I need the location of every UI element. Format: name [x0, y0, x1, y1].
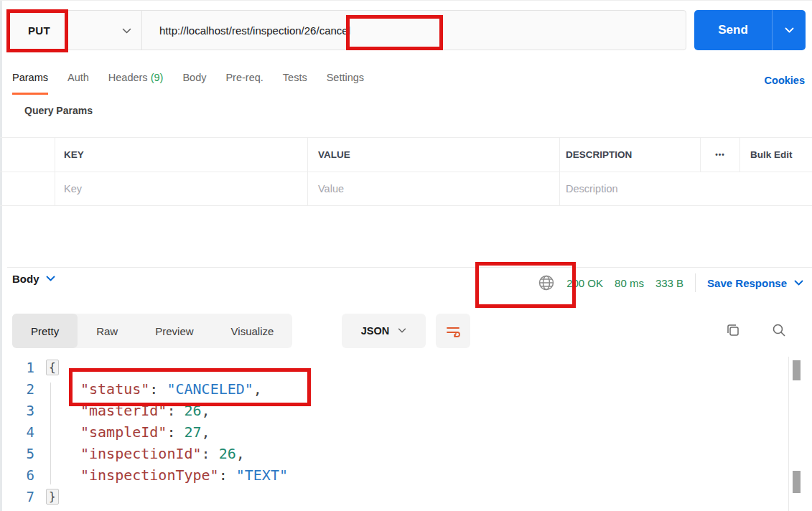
row-checkbox-cell	[0, 172, 55, 205]
line-number: 3	[0, 400, 34, 421]
tab-body[interactable]: Body	[182, 72, 206, 93]
response-time[interactable]: 80 ms	[615, 277, 644, 289]
json-key: "inspectionType"	[80, 467, 219, 484]
code-line-1: 1 {	[0, 357, 812, 378]
body-dropdown-chevron-icon	[46, 276, 55, 282]
fold-toggle-icon[interactable]: }	[46, 489, 59, 505]
json-colon: :	[219, 467, 236, 484]
code-text: "masterId": 26,	[80, 400, 210, 421]
copy-response-button[interactable]	[724, 321, 742, 339]
save-response-button[interactable]: Save Response	[707, 277, 803, 289]
json-key: "status"	[80, 380, 149, 398]
bulk-edit-button[interactable]: Bulk Edit	[739, 138, 812, 172]
code-text: "status": "CANCELED",	[80, 378, 262, 400]
json-colon: :	[202, 445, 219, 462]
json-value: "CANCELED"	[167, 380, 253, 398]
json-comma: ,	[236, 445, 245, 462]
response-body-selector[interactable]: Body	[12, 273, 55, 285]
more-actions-icon[interactable]: •••	[700, 138, 739, 172]
json-comma: ,	[202, 402, 210, 419]
send-options-chevron[interactable]	[773, 10, 806, 50]
header-checkbox-cell	[0, 138, 55, 172]
view-tab-raw[interactable]: Raw	[78, 314, 136, 348]
tab-settings[interactable]: Settings	[327, 72, 364, 93]
method-dropdown[interactable]: PUT	[8, 11, 141, 50]
code-text: "inspectionId": 26,	[80, 443, 245, 464]
wrap-lines-icon	[445, 324, 461, 338]
query-params-title: Query Params	[24, 105, 93, 116]
line-number: 1	[0, 357, 34, 378]
column-header-key: KEY	[55, 138, 307, 172]
send-button[interactable]: Send	[694, 10, 806, 50]
code-text: "sampleId": 27,	[80, 421, 210, 443]
method-label: PUT	[28, 24, 50, 37]
json-value: 26	[219, 445, 236, 462]
key-input[interactable]: Key	[55, 172, 307, 205]
json-comma: ,	[253, 380, 262, 398]
line-number: 7	[0, 486, 34, 507]
line-number: 5	[0, 443, 34, 464]
save-response-label: Save Response	[707, 277, 787, 289]
column-header-description: DESCRIPTION	[559, 138, 700, 172]
description-input[interactable]: Description	[559, 172, 812, 205]
code-text: "inspectionType": "TEXT"	[80, 464, 288, 486]
scrollbar-track	[788, 357, 789, 511]
json-value: "TEXT"	[236, 467, 288, 484]
response-size[interactable]: 333 B	[655, 277, 683, 289]
code-line-7: 7 }	[0, 486, 812, 507]
json-key: "sampleId"	[80, 423, 167, 441]
code-line-4: 4 "sampleId": 27,	[0, 421, 812, 443]
status-badge[interactable]: 200 OK	[566, 277, 603, 289]
url-input[interactable]: http://localhost/rest/inspection/26/canc…	[142, 11, 686, 50]
json-colon: :	[167, 423, 184, 441]
view-tab-preview[interactable]: Preview	[136, 314, 212, 348]
headers-count-badge: (9)	[151, 72, 164, 83]
view-tab-visualize[interactable]: Visualize	[213, 314, 293, 348]
format-label: JSON	[361, 325, 390, 337]
format-dropdown[interactable]: JSON	[342, 314, 426, 348]
json-key: "masterId"	[80, 402, 167, 419]
tab-headers[interactable]: Headers (9)	[108, 72, 164, 93]
search-response-button[interactable]	[770, 321, 788, 339]
tab-params[interactable]: Params	[12, 72, 48, 95]
response-body-viewer[interactable]: 1 { 2 "status": "CANCELED", 3 "masterId"…	[0, 357, 812, 511]
more-actions-glyph: •••	[715, 151, 725, 159]
chevron-down-icon	[122, 28, 131, 34]
tab-prereq[interactable]: Pre-req.	[225, 72, 263, 93]
fold-toggle-icon[interactable]: {	[46, 360, 59, 375]
json-value: 27	[185, 423, 202, 441]
code-line-2: 2 "status": "CANCELED",	[0, 378, 812, 400]
pane-top-border	[0, 0, 812, 1]
search-icon	[771, 322, 787, 338]
response-meta-bar: 200 OK 80 ms 333 B Save Response	[538, 273, 803, 292]
scrollbar-thumb[interactable]	[793, 360, 801, 380]
line-number: 2	[0, 378, 34, 400]
meta-divider	[695, 273, 696, 292]
cookies-link[interactable]: Cookies	[765, 75, 805, 86]
view-tab-pretty[interactable]: Pretty	[12, 314, 78, 348]
request-tabs: Params Auth Headers (9) Body Pre-req. Te…	[12, 72, 364, 95]
json-comma: ,	[202, 423, 210, 441]
code-line-5: 5 "inspectionId": 26,	[0, 443, 812, 464]
wrap-lines-button[interactable]	[436, 314, 470, 348]
tab-tests[interactable]: Tests	[283, 72, 307, 93]
json-key: "inspectionId"	[80, 445, 202, 462]
request-url-bar: PUT http://localhost/rest/inspection/26/…	[7, 10, 686, 50]
column-header-value: VALUE	[307, 138, 559, 172]
line-number: 4	[0, 421, 34, 443]
copy-icon	[725, 322, 741, 338]
query-params-header-row: KEY VALUE DESCRIPTION ••• Bulk Edit	[0, 137, 812, 172]
code-line-6: 6 "inspectionType": "TEXT"	[0, 464, 812, 486]
value-input[interactable]: Value	[307, 172, 559, 205]
json-colon: :	[149, 380, 167, 398]
send-button-label[interactable]: Send	[694, 10, 772, 50]
tab-headers-label: Headers	[108, 72, 148, 83]
globe-icon	[538, 274, 555, 291]
response-body-label: Body	[12, 273, 39, 285]
code-line-3: 3 "masterId": 26,	[0, 400, 812, 421]
json-value: 26	[185, 402, 202, 419]
response-view-tabs: Pretty Raw Preview Visualize	[12, 314, 292, 348]
scrollbar-thumb[interactable]	[793, 471, 801, 493]
json-colon: :	[167, 402, 184, 419]
tab-auth[interactable]: Auth	[67, 72, 89, 93]
